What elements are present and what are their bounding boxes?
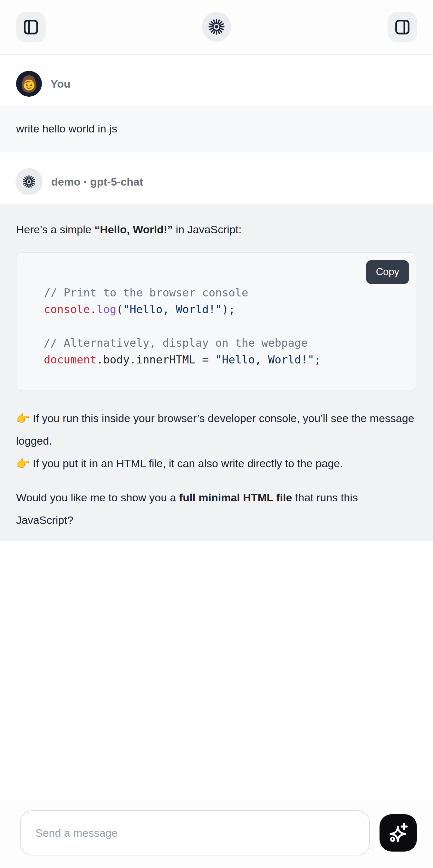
composer-bar [0, 799, 433, 868]
send-button[interactable] [379, 814, 417, 851]
assistant-avatar [16, 168, 42, 195]
code-block: Copy // Print to the browser consolecons… [16, 252, 417, 391]
sparkle-icon [388, 822, 409, 844]
assistant-message-bubble: Here’s a simple “Hello, World!” in JavaS… [0, 204, 433, 541]
starburst-icon [207, 18, 226, 36]
panel-right-icon [393, 18, 411, 36]
chat-area: You write hello world in js demo · gpt-5… [0, 55, 433, 541]
user-message-bubble: write hello world in js [0, 106, 433, 151]
assistant-tip-html: 👉 If you put it in an HTML file, it can … [16, 452, 417, 474]
user-message-text: write hello world in js [16, 120, 417, 137]
panel-left-icon [22, 18, 40, 36]
user-message-header: You [16, 71, 433, 97]
assistant-tip-console: 👉 If you run this inside your browser’s … [16, 407, 417, 452]
right-panel-toggle-button[interactable] [388, 12, 417, 42]
code-content: // Print to the browser consoleconsole.l… [17, 253, 416, 391]
message-input[interactable] [20, 810, 370, 856]
user-sender-label: You [51, 78, 70, 90]
assistant-message-header: demo · gpt-5-chat [16, 168, 433, 195]
user-avatar [16, 71, 42, 97]
assistant-followup-question: Would you like me to show you a full min… [16, 486, 417, 531]
assistant-sender-label: demo · gpt-5-chat [51, 176, 143, 188]
copy-button[interactable]: Copy [366, 260, 409, 284]
app-logo-button[interactable] [202, 12, 231, 41]
top-bar [0, 0, 433, 55]
sidebar-toggle-button[interactable] [16, 12, 46, 42]
assistant-intro-text: Here’s a simple “Hello, World!” in JavaS… [16, 218, 417, 241]
